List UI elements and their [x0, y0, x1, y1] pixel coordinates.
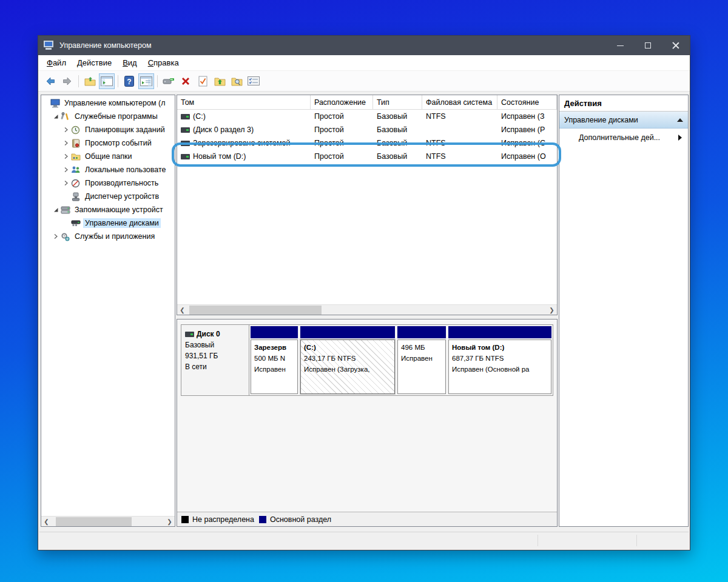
disk-0-info[interactable]: Диск 0 Базовый 931,51 ГБ В сети — [181, 325, 249, 395]
menu-file[interactable]: Файл — [41, 56, 72, 69]
actions-title: Действия — [559, 95, 688, 112]
tree-item-storage[interactable]: Запоминающие устройст — [41, 203, 175, 216]
menu-help[interactable]: Справка — [143, 56, 184, 69]
volume-table-header: Том Расположение Тип Файловая система Со… — [177, 95, 557, 110]
properties-button[interactable] — [195, 73, 211, 89]
local-users-icon — [70, 165, 81, 175]
collapsed-chevron-icon[interactable] — [62, 139, 70, 147]
help-icon: ? — [124, 76, 134, 87]
collapsed-chevron-icon[interactable] — [62, 179, 70, 187]
collapse-icon[interactable] — [677, 118, 683, 122]
forward-button[interactable] — [59, 73, 75, 89]
collapsed-chevron-icon[interactable] — [62, 152, 70, 161]
volume-horizontal-scrollbar[interactable]: ❮ ❯ — [177, 304, 557, 315]
action-pane-toggle-icon — [140, 76, 152, 86]
tree-item-disk-management[interactable]: Управление дисками — [41, 216, 175, 230]
disk-size: 931,51 ГБ — [185, 350, 245, 361]
volume-icon — [181, 127, 190, 133]
shared-folders-icon — [70, 152, 81, 161]
scroll-thumb[interactable] — [56, 517, 132, 526]
actions-more-item[interactable]: Дополнительные дей... — [559, 129, 688, 147]
column-status[interactable]: Состояние — [497, 95, 557, 109]
remote-computer-button[interactable] — [161, 73, 177, 89]
export-list-button[interactable] — [212, 73, 228, 89]
expanded-chevron-icon[interactable] — [52, 112, 60, 121]
column-type[interactable]: Тип — [373, 95, 422, 109]
disk-0-row: Диск 0 Базовый 931,51 ГБ В сети Зарезерв… — [181, 324, 553, 396]
scroll-right-icon[interactable]: ❯ — [164, 517, 175, 527]
tree-item-task-scheduler[interactable]: Планировщик заданий — [41, 123, 175, 136]
console-tree-panel: Управление компьютером (л Служебные прог… — [41, 95, 175, 527]
tree-item-shared-folders[interactable]: Общие папки — [41, 150, 175, 163]
tree-item-local-users[interactable]: Локальные пользовате — [41, 163, 175, 176]
volume-row-new-volume-d[interactable]: Новый том (D:) Простой Базовый NTFS Испр… — [177, 150, 557, 163]
tree-item-services-apps[interactable]: Службы и приложения — [41, 230, 175, 243]
partition-new-volume-d[interactable]: Новый том (D:) 687,37 ГБ NTFS Исправен (… — [448, 326, 551, 394]
scroll-left-icon[interactable]: ❮ — [177, 305, 187, 315]
device-manager-icon — [70, 192, 81, 201]
statusbar-divider — [538, 535, 538, 546]
console-tree-toggle-button[interactable] — [99, 73, 115, 89]
volume-list-panel: Том Расположение Тип Файловая система Со… — [177, 95, 558, 315]
forward-icon — [62, 76, 73, 87]
export-folder-icon — [214, 76, 226, 87]
disk-management-icon — [70, 218, 81, 228]
scroll-left-icon[interactable]: ❮ — [41, 517, 52, 527]
submenu-arrow-icon — [678, 135, 682, 141]
collapsed-chevron-icon[interactable] — [62, 166, 70, 174]
partition-strip: Зарезерв 500 МБ N Исправен (C:) 243,17 Г… — [249, 325, 553, 395]
maximize-button[interactable] — [634, 36, 662, 55]
tree-item-performance[interactable]: Производительность — [41, 176, 175, 190]
console-tree: Управление компьютером (л Служебные прог… — [41, 95, 175, 243]
minimize-button[interactable] — [606, 36, 634, 55]
action-pane-toggle-button[interactable] — [138, 73, 154, 89]
find-button[interactable] — [229, 73, 244, 89]
volume-icon — [181, 114, 190, 119]
tree-item-event-viewer[interactable]: Просмотр событий — [41, 136, 175, 150]
menu-view[interactable]: Вид — [117, 56, 143, 69]
partition-recovery[interactable]: 496 МБ Исправен — [397, 326, 446, 394]
tree-item-device-manager[interactable]: Диспетчер устройств — [41, 190, 175, 203]
disk-type: Базовый — [185, 340, 245, 350]
svg-text:?: ? — [127, 77, 131, 85]
partition-system-reserved[interactable]: Зарезерв 500 МБ N Исправен — [251, 326, 298, 394]
close-button[interactable] — [662, 36, 690, 55]
storage-icon — [60, 205, 70, 215]
column-filesystem[interactable]: Файловая система — [422, 95, 497, 109]
services-icon — [60, 232, 70, 241]
tree-horizontal-scrollbar[interactable]: ❮ ❯ — [41, 516, 175, 526]
tree-item-system-tools[interactable]: Служебные программы — [41, 110, 175, 123]
find-folder-icon — [231, 76, 243, 87]
list-view-button[interactable] — [246, 73, 261, 89]
volume-row-partition3[interactable]: (Диск 0 раздел 3) Простой Базовый Исправ… — [177, 123, 557, 136]
app-icon — [44, 41, 55, 50]
scroll-thumb[interactable] — [189, 306, 322, 315]
up-folder-button[interactable] — [82, 73, 98, 89]
window-title: Управление компьютером — [59, 41, 152, 50]
legend-unallocated: Не распределена — [181, 515, 254, 524]
delete-button[interactable] — [178, 73, 194, 89]
expanded-chevron-icon[interactable] — [52, 206, 60, 214]
titlebar[interactable]: Управление компьютером — [38, 36, 690, 55]
disk-icon — [185, 332, 194, 337]
help-button[interactable]: ? — [121, 73, 137, 89]
primary-partition-color-swatch — [259, 516, 266, 523]
volume-icon — [181, 154, 190, 159]
tools-icon — [60, 112, 70, 121]
volume-row-system-reserved[interactable]: Зарезервировано системой Простой Базовый… — [177, 136, 557, 150]
column-layout[interactable]: Расположение — [311, 95, 373, 109]
partition-color-band — [251, 326, 298, 338]
tree-item-computer-management[interactable]: Управление компьютером (л — [41, 96, 175, 110]
computer-management-window: Управление компьютером Файл Действие Вид… — [38, 35, 690, 550]
collapsed-chevron-icon[interactable] — [52, 232, 60, 241]
volume-row-c[interactable]: (C:) Простой Базовый NTFS Исправен (З — [177, 110, 557, 123]
partition-color-band — [300, 326, 395, 338]
partition-c[interactable]: (C:) 243,17 ГБ NTFS Исправен (Загрузка, — [300, 326, 395, 394]
actions-group-disk-management[interactable]: Управление дисками — [559, 112, 688, 129]
menu-action[interactable]: Действие — [72, 56, 117, 69]
scroll-right-icon[interactable]: ❯ — [547, 305, 557, 315]
column-volume[interactable]: Том — [177, 95, 311, 109]
back-button[interactable] — [42, 73, 58, 89]
partition-color-band — [397, 326, 446, 338]
collapsed-chevron-icon[interactable] — [62, 125, 70, 134]
